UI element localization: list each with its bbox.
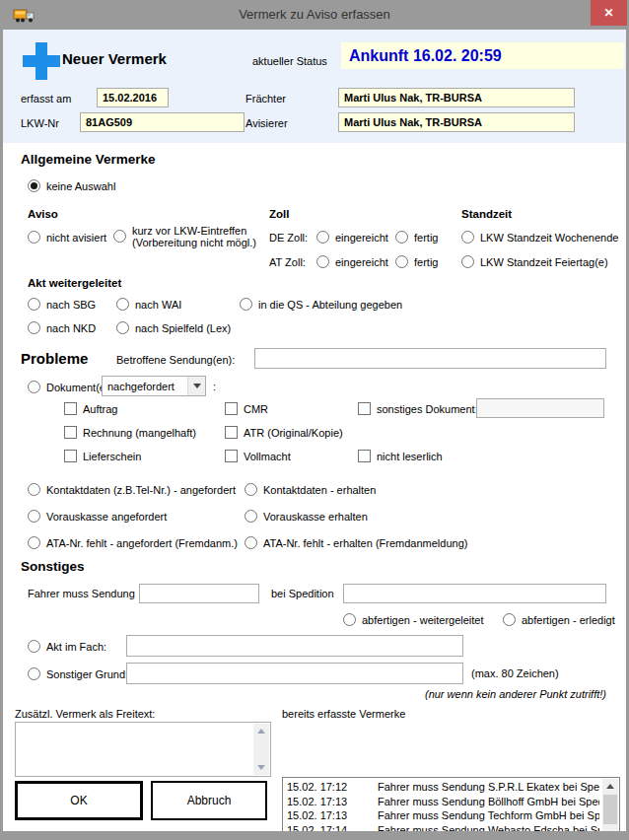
radio-standzeit-feiertag[interactable]: LKW Standzeit Feiertag(e) [461,255,608,268]
checkbox-lieferschein[interactable]: Lieferschein [64,450,141,462]
radio-nach-wai[interactable]: nach WAI [116,298,181,311]
aviso-heading: Aviso [28,208,58,220]
radio-label: nach SBG [46,299,96,311]
radio-ata-erhalten[interactable]: ATA-Nr. fehlt - erhalten (Fremdanmeldung… [245,536,467,549]
checkbox-vollmacht[interactable]: Vollmacht [225,450,291,462]
list-item[interactable]: 15.02. 17:13 Fahrer muss Sendung Böllhof… [287,795,599,809]
lkw-nr-label: LKW-Nr [21,117,59,129]
vermerke-list-label: bereits erfasste Vermerke [282,708,405,720]
radio-qs-abteilung[interactable]: in die QS - Abteilung gegeben [240,298,402,311]
radio-label: Sonstiger Grund: [46,668,128,680]
akt-im-fach-input[interactable] [126,635,463,657]
radio-vorauskasse-erhalten[interactable]: Vorauskasse erhalten [245,510,368,523]
radio-circle [28,536,40,549]
checkbox-label: CMR [244,403,268,415]
radio-circle [316,255,329,268]
radio-label: in die QS - Abteilung gegeben [258,299,402,311]
dropdown-arrow-icon [187,377,205,395]
radio-label: Dokument(e) [46,382,109,393]
window-title: Vermerk zu Aviso erfassen [0,7,629,22]
status-value: Ankunft 16.02. 20:59 [341,42,624,69]
dokumente-colon: : [213,381,216,392]
radio-label: nach Spielfeld (Lex) [135,322,231,334]
scroll-up-icon[interactable] [602,779,618,794]
close-button[interactable]: ✕ [591,0,627,26]
standzeit-heading: Standzeit [461,208,512,220]
status-label: aktueller Status [252,55,327,67]
checkbox-rechnung[interactable]: Rechnung (mangelhaft) [64,426,196,439]
radio-kontaktdaten-angefordert[interactable]: Kontaktdaten (z.B.Tel-Nr.) - angefordert [28,483,236,496]
radio-nach-sbg[interactable]: nach SBG [28,298,96,311]
entry-text: Fahrer muss Sendung Techform GmbH bei Sp… [378,808,599,823]
radio-circle [28,231,40,244]
fraechter-label: Frächter [245,93,286,105]
checkbox-sonstiges-dokument[interactable]: sonstiges Dokument: [358,402,478,415]
vermerke-listbox[interactable]: 15.02. 17:12 Fahrer muss Sendung S.P.R.L… [282,777,620,831]
radio-circle [28,179,40,192]
radio-label: ATA-Nr. fehlt - erhalten (Fremdanmeldung… [263,537,467,549]
scrollbar-thumb[interactable] [603,795,617,824]
radio-keine-auswahl[interactable]: keine Auswahl [28,179,115,192]
radio-de-zoll-fertig[interactable]: fertig [395,231,438,244]
sonstiger-grund-input[interactable] [126,663,463,684]
radio-nicht-avisiert[interactable]: nicht avisiert [28,231,106,244]
radio-kurz-vor-eintreffen[interactable]: kurz vor LKW-Eintreffen (Vorbereitung ni… [113,225,256,248]
freitext-textarea[interactable] [15,722,271,777]
scroll-down-icon[interactable] [253,760,269,775]
radio-akt-im-fach[interactable]: Akt im Fach: [28,640,106,653]
freitext-label: Zusätzl. Vermerk als Freitext: [15,708,155,720]
radio-dokumente[interactable]: Dokument(e) [28,381,109,393]
textarea-scrollbar[interactable] [253,724,269,775]
checkbox-atr[interactable]: ATR (Original/Kopie) [225,426,343,439]
checkbox-box [225,426,238,439]
radio-vorauskasse-angefordert[interactable]: Vorauskasse angefordert [28,510,167,523]
radio-circle [28,321,40,334]
list-item[interactable]: 15.02. 17:14 Fahrer muss Sendung Webasto… [287,823,599,831]
radio-label: eingereicht [335,232,388,244]
fahrer-sendung-input[interactable] [139,584,259,603]
plus-icon [23,42,60,80]
radio-label: Kontaktdaten - erhalten [263,484,376,496]
radio-label: ATA-Nr. fehlt - angefordert (Fremdanm.) [46,537,238,549]
ok-button[interactable]: OK [15,781,143,820]
radio-circle [245,483,257,496]
new-note-title: Neuer Vermerk [62,50,167,67]
avisierer-field[interactable]: Marti Ulus Nak, TR-BURSA [338,112,575,132]
betroffene-sendung-input[interactable] [254,348,606,369]
radio-label: Akt im Fach: [46,641,106,653]
checkbox-nicht-leserlich[interactable]: nicht leserlich [358,450,443,462]
radio-ata-angefordert[interactable]: ATA-Nr. fehlt - angefordert (Fremdanm.) [28,536,238,549]
radio-circle [116,321,129,334]
radio-circle [28,381,40,393]
radio-nach-nkd[interactable]: nach NKD [28,321,96,334]
dokumente-status-dropdown[interactable]: nachgefordert [102,376,206,396]
checkbox-cmr[interactable]: CMR [225,402,268,415]
dropdown-value: nachgefordert [103,381,187,392]
radio-circle [343,613,356,626]
list-item[interactable]: 15.02. 17:13 Fahrer muss Sendung Techfor… [287,808,599,823]
checkbox-label: Vollmacht [244,451,291,462]
cancel-button[interactable]: Abbruch [151,781,267,820]
radio-abfertigen-weitergeleitet[interactable]: abfertigen - weitergeleitet [343,613,484,626]
checkbox-box [225,402,238,415]
radio-sonstiger-grund[interactable]: Sonstiger Grund: [28,667,128,680]
listbox-scrollbar[interactable] [602,779,618,831]
list-item[interactable]: 15.02. 17:12 Fahrer muss Sendung S.P.R.L… [287,780,599,795]
erfasst-am-field[interactable]: 15.02.2016 [97,88,169,107]
checkbox-auftrag[interactable]: Auftrag [64,402,117,415]
radio-at-zoll-eingereicht[interactable]: eingereicht [316,255,388,268]
radio-abfertigen-erledigt[interactable]: abfertigen - erledigt [503,613,615,626]
radio-at-zoll-fertig[interactable]: fertig [395,255,438,268]
fraechter-field[interactable]: Marti Ulus Nak, TR-BURSA [338,88,575,107]
section-sonstiges-heading: Sonstiges [21,559,85,574]
radio-nach-spielfeld[interactable]: nach Spielfeld (Lex) [116,321,231,334]
scroll-up-icon[interactable] [253,724,269,738]
spedition-input[interactable] [343,584,606,603]
entry-time: 15.02. 17:13 [287,795,378,809]
radio-kontaktdaten-erhalten[interactable]: Kontaktdaten - erhalten [245,483,376,496]
lkw-nr-field[interactable]: 81AG509 [80,112,245,132]
radio-circle [28,510,40,523]
radio-de-zoll-eingereicht[interactable]: eingereicht [316,231,388,244]
radio-standzeit-wochenende[interactable]: LKW Standzeit Wochenende [461,231,618,244]
sonstiges-dokument-input[interactable] [476,398,604,418]
